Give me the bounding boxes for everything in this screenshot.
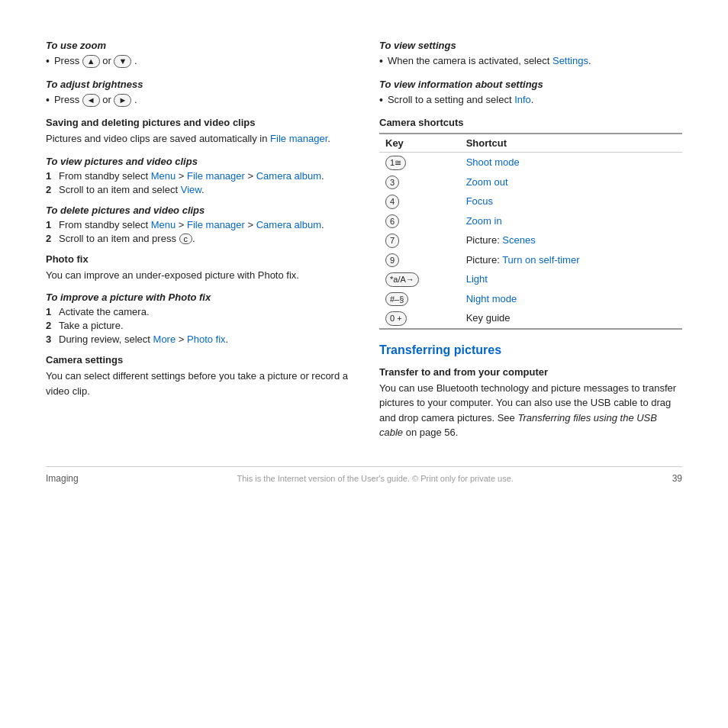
down-key: ▼ [114, 55, 131, 68]
delete-pics-step-1: 1 From standby select Menu > File manage… [46, 219, 349, 230]
shortcut-value-cell: Night mode [460, 289, 682, 309]
footer-label: Imaging [46, 473, 79, 484]
brightness-bullet: • Press ◄ or ► . [46, 93, 349, 108]
brightness-title: To adjust brightness [46, 79, 349, 90]
c-key: c [179, 234, 193, 244]
key-button: #–§ [385, 292, 408, 307]
table-row: #–§Night mode [379, 289, 682, 309]
table-row: 0 +Key guide [379, 308, 682, 329]
brightness-text: Press ◄ or ► . [54, 93, 137, 107]
right-column: To view settings • When the camera is ac… [379, 31, 682, 443]
camera-shortcuts-title: Camera shortcuts [379, 117, 682, 128]
view-info-title: To view information about settings [379, 79, 682, 90]
view-link[interactable]: View [181, 184, 201, 195]
key-button: 4 [385, 195, 399, 209]
view-settings-bullet: • When the camera is activated, select S… [379, 54, 682, 69]
bullet-dot-3: • [379, 54, 383, 69]
settings-link[interactable]: Settings [552, 55, 588, 66]
footer: Imaging This is the Internet version of … [46, 466, 682, 484]
view-pics-title: To view pictures and video clips [46, 156, 349, 167]
brightness-section: To adjust brightness • Press ◄ or ► . [46, 79, 349, 108]
view-info-bullet: • Scroll to a setting and select Info. [379, 93, 682, 108]
table-row: 3Zoom out [379, 172, 682, 192]
bullet-dot-4: • [379, 93, 383, 108]
shortcut-key-cell: 6 [379, 211, 460, 231]
menu-link-2[interactable]: Menu [151, 219, 176, 230]
table-row: 4Focus [379, 192, 682, 211]
bullet-dot: • [46, 54, 50, 69]
shortcut-link[interactable]: Turn on self-timer [502, 254, 579, 266]
shortcut-link[interactable]: Focus [466, 195, 493, 207]
menu-link-1[interactable]: Menu [151, 170, 176, 182]
table-row: *a/A→Light [379, 269, 682, 289]
camera-settings-body: You can select different settings before… [46, 369, 349, 398]
key-button: 6 [385, 214, 399, 229]
table-header-shortcut: Shortcut [460, 134, 682, 153]
bullet-dot-2: • [46, 93, 50, 108]
shortcut-link[interactable]: Scenes [502, 234, 535, 246]
key-button: *a/A→ [385, 272, 419, 287]
transfer-subtitle: Transfer to and from your computer [379, 366, 682, 378]
zoom-bullet: • Press ▲ or ▼ . [46, 54, 349, 69]
view-settings-text: When the camera is activated, select Set… [388, 54, 591, 68]
view-info-text: Scroll to a setting and select Info. [388, 93, 534, 107]
view-pics-step-2: 2 Scroll to an item and select View. [46, 184, 349, 195]
view-pics-section: To view pictures and video clips 1 From … [46, 156, 349, 195]
left-column: To use zoom • Press ▲ or ▼ . To adjust b… [46, 31, 349, 443]
improve-photo-title: To improve a picture with Photo fix [46, 292, 349, 303]
saving-body: Pictures and video clips are saved autom… [46, 131, 349, 147]
shortcuts-table: Key Shortcut 1≅Shoot mode3Zoom out4Focus… [379, 133, 682, 330]
photofix-body: You can improve an under-exposed picture… [46, 268, 349, 283]
file-manager-link[interactable]: File manager [270, 133, 327, 144]
photofix-title: Photo fix [46, 253, 349, 265]
transferring-section: Transferring pictures Transfer to and fr… [379, 343, 682, 440]
up-key: ▲ [82, 55, 100, 68]
camera-album-link-2[interactable]: Camera album [256, 219, 321, 230]
camera-album-link-1[interactable]: Camera album [256, 170, 321, 182]
shortcut-link[interactable]: Light [466, 273, 488, 285]
shortcut-value-cell: Zoom out [460, 172, 682, 192]
saving-title: Saving and deleting pictures and video c… [46, 117, 349, 128]
saving-section: Saving and deleting pictures and video c… [46, 117, 349, 147]
key-button: 0 + [385, 311, 407, 326]
photo-fix-link[interactable]: Photo fix [187, 333, 226, 345]
view-settings-title: To view settings [379, 40, 682, 51]
delete-pics-title: To delete pictures and video clips [46, 205, 349, 216]
more-link[interactable]: More [153, 333, 176, 345]
shortcut-link[interactable]: Zoom out [466, 176, 508, 188]
shortcut-value-cell: Picture: Scenes [460, 230, 682, 250]
key-button: 3 [385, 176, 399, 190]
footer-note: This is the Internet version of the User… [79, 474, 672, 483]
file-manager-link-2[interactable]: File manager [187, 170, 245, 182]
transfer-body: You can use Bluetooth technology and pic… [379, 381, 682, 440]
file-manager-link-3[interactable]: File manager [187, 219, 245, 230]
table-row: 9Picture: Turn on self-timer [379, 250, 682, 270]
delete-pics-section: To delete pictures and video clips 1 Fro… [46, 205, 349, 244]
photofix-section: Photo fix You can improve an under-expos… [46, 253, 349, 283]
info-link[interactable]: Info [514, 94, 531, 105]
shortcut-value-cell: Picture: Turn on self-timer [460, 250, 682, 270]
improve-step-2: 2 Take a picture. [46, 320, 349, 331]
improve-step-1: 1 Activate the camera. [46, 306, 349, 317]
shortcut-key-cell: 0 + [379, 308, 460, 329]
camera-settings-section: Camera settings You can select different… [46, 354, 349, 398]
shortcut-link[interactable]: Zoom in [466, 215, 502, 227]
view-info-section: To view information about settings • Scr… [379, 79, 682, 108]
camera-settings-title: Camera settings [46, 354, 349, 366]
improve-photo-section: To improve a picture with Photo fix 1 Ac… [46, 292, 349, 345]
shortcut-value-cell: Light [460, 269, 682, 289]
shortcut-key-cell: *a/A→ [379, 269, 460, 289]
shortcut-value-cell: Shoot mode [460, 153, 682, 172]
table-row: 1≅Shoot mode [379, 153, 682, 172]
shortcut-key-cell: 3 [379, 172, 460, 192]
shortcut-key-cell: 1≅ [379, 153, 460, 172]
key-button: 7 [385, 234, 399, 248]
shortcut-value-cell: Zoom in [460, 211, 682, 231]
delete-pics-step-2: 2 Scroll to an item and press c. [46, 233, 349, 244]
camera-shortcuts-section: Camera shortcuts Key Shortcut 1≅Shoot mo… [379, 117, 682, 330]
shortcut-link[interactable]: Night mode [466, 293, 517, 304]
zoom-section: To use zoom • Press ▲ or ▼ . [46, 40, 349, 69]
shortcut-key-cell: 4 [379, 192, 460, 211]
shortcut-link[interactable]: Shoot mode [466, 156, 520, 168]
left-key: ◄ [82, 94, 100, 107]
